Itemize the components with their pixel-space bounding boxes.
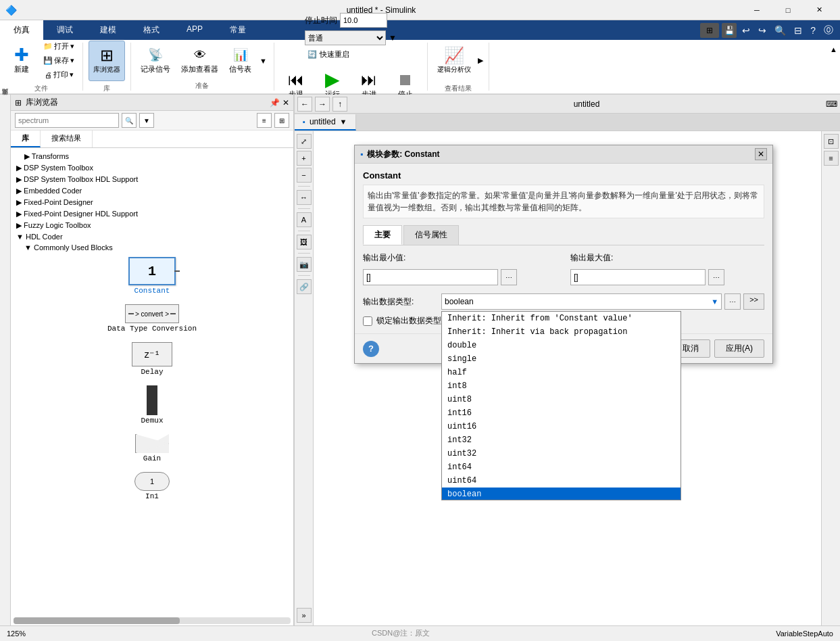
dropdown-item-int16[interactable]: int16 (442, 406, 681, 420)
ribbon-icon-btn-1[interactable]: ⊞ (700, 23, 719, 38)
dropdown-item-uint64[interactable]: uint64 (442, 474, 681, 488)
dialog-tab-main[interactable]: 主要 (363, 225, 402, 245)
lib-tab-search[interactable]: 搜索结果 (41, 130, 93, 147)
search-ribbon-btn[interactable]: 🔍 (772, 25, 789, 36)
nav-back-btn[interactable]: ← (297, 97, 312, 112)
record-signals-btn[interactable]: 📡 记录信号 (137, 44, 174, 77)
right-tool-2[interactable]: ≡ (824, 151, 839, 166)
dropdown-scroll[interactable]: Inherit: Inherit from 'Constant value' I… (441, 311, 681, 500)
dropdown-item-int64[interactable]: int64 (442, 460, 681, 474)
redo-btn[interactable]: ↪ (756, 25, 769, 36)
tree-item-hdl[interactable]: ▼ HDL Coder (11, 231, 293, 242)
convert-block-box[interactable]: > convert > (125, 304, 179, 323)
dropdown-item-inherit-back[interactable]: Inherit: Inherit via back propagation (442, 325, 681, 339)
lib-panel-close-btn[interactable]: ✕ (282, 98, 289, 108)
dropdown-item-uint32[interactable]: uint32 (442, 447, 681, 460)
gain-block-box[interactable] (135, 434, 169, 453)
tab-constants[interactable]: 常量 (216, 20, 260, 40)
lib-view-list-btn[interactable]: ≡ (257, 113, 272, 128)
constant-block-box[interactable]: 1 (128, 257, 176, 285)
dialog-close-btn[interactable]: ✕ (755, 148, 767, 160)
ribbon-icon-btn-2[interactable]: 💾 (722, 23, 737, 38)
zoom-in-btn[interactable]: + (297, 151, 312, 166)
arrow-btn[interactable]: ↔ (297, 190, 312, 205)
screenshot-btn[interactable]: 📷 (297, 257, 312, 272)
tree-item-dsp-hdl[interactable]: ▶ DSP System Toolbox HDL Support (11, 174, 293, 185)
dropdown-item-uint8[interactable]: uint8 (442, 393, 681, 406)
nav-up-btn[interactable]: ↑ (332, 97, 347, 112)
add-viewer-btn[interactable]: 👁 添加查看器 (177, 44, 222, 77)
tab-format[interactable]: 格式 (130, 20, 173, 40)
output-max-input[interactable] (570, 269, 706, 285)
mode-select[interactable]: 普通 (305, 30, 386, 45)
lib-view-grid-btn[interactable]: ⊞ (274, 113, 289, 128)
close-btn[interactable]: ✕ (804, 0, 835, 20)
save-btn[interactable]: 💾 保存 ▾ (41, 54, 77, 67)
dropdown-item-int8[interactable]: int8 (442, 379, 681, 393)
dialog-tab-signal[interactable]: 信号属性 (403, 225, 459, 245)
tree-item-fuzzy[interactable]: ▶ Fuzzy Logic Toolbox (11, 220, 293, 231)
datatype-select-display[interactable]: boolean ▼ (441, 293, 722, 310)
dropdown-item-uint16[interactable]: uint16 (442, 420, 681, 433)
tab-simulation[interactable]: 仿真 (0, 20, 43, 40)
datatype-expand-btn[interactable]: >> (743, 293, 764, 310)
ribbon-expand-btn[interactable]: ⊟ (791, 25, 805, 36)
tree-item-embedded[interactable]: ▶ Embedded Coder (11, 185, 293, 197)
lib-scrollbar[interactable] (14, 617, 291, 624)
text-btn[interactable]: A (297, 212, 312, 227)
results-more-btn[interactable]: ▶ (478, 56, 483, 65)
nav-forward-btn[interactable]: → (315, 97, 330, 112)
dropdown-item-int32[interactable]: int32 (442, 433, 681, 447)
lib-browser-btn[interactable]: ⊞ 库浏览器 (89, 41, 125, 81)
tree-item-dsp[interactable]: ▶ DSP System Toolbox (11, 162, 293, 174)
lock-checkbox[interactable] (363, 316, 372, 326)
lib-filter-btn[interactable]: ▼ (139, 113, 154, 128)
output-min-dots-btn[interactable]: ⋯ (501, 269, 517, 285)
tab-app[interactable]: APP (173, 20, 216, 40)
right-tool-1[interactable]: ⊡ (824, 134, 839, 149)
model-tab-dropdown[interactable]: ▼ (340, 118, 347, 126)
signal-table-btn[interactable]: 📊 信号表 (225, 44, 255, 77)
prepare-more-btn[interactable]: ▼ (258, 55, 268, 66)
stoptime-input[interactable] (340, 13, 387, 28)
dropdown-item-single[interactable]: single (442, 352, 681, 366)
logic-analyzer-btn[interactable]: 📈 逻辑分析仪 (433, 41, 475, 81)
open-btn[interactable]: 📁 打开 ▾ (41, 40, 77, 53)
tree-item-transforms[interactable]: ▶ Transforms (11, 151, 293, 162)
dropdown-item-double[interactable]: double (442, 339, 681, 352)
model-tab-untitled[interactable]: ▪ untitled ▼ (295, 114, 356, 130)
minimize-btn[interactable]: ─ (741, 0, 772, 20)
in1-block-box[interactable]: 1 (134, 472, 170, 491)
maximize-btn[interactable]: □ (772, 0, 804, 20)
lib-panel-lock-btn[interactable]: 📌 (270, 98, 280, 108)
lib-tab-library[interactable]: 库 (11, 130, 41, 147)
dropdown-item-inherit-constant[interactable]: Inherit: Inherit from 'Constant value' (442, 312, 681, 325)
quick-restart-btn[interactable]: 🔄 快速重启 (305, 48, 397, 61)
lib-search-btn[interactable]: 🔍 (122, 113, 137, 128)
zoom-out-btn[interactable]: − (297, 168, 312, 183)
tab-debug[interactable]: 调试 (43, 20, 87, 40)
lib-search-input[interactable] (15, 113, 119, 128)
tab-modeling[interactable]: 建模 (87, 20, 130, 40)
print-btn[interactable]: 🖨 打印 ▾ (41, 68, 77, 81)
tree-item-fpd[interactable]: ▶ Fixed-Point Designer (11, 197, 293, 208)
tree-item-commonly-used[interactable]: ▼ Commonly Used Blocks (11, 242, 293, 253)
dropdown-item-half[interactable]: half (442, 366, 681, 379)
tree-item-fpd-hdl[interactable]: ▶ Fixed-Point Designer HDL Support (11, 208, 293, 220)
demux-block-box[interactable] (147, 385, 157, 415)
apply-btn[interactable]: 应用(A) (714, 339, 764, 358)
image-btn[interactable]: 🖼 (297, 235, 312, 250)
link-btn[interactable]: 🔗 (297, 279, 312, 294)
ribbon-collapse-btn[interactable]: ▲ (827, 43, 840, 91)
delay-block-box[interactable]: z⁻¹ (132, 342, 172, 366)
dropdown-item-boolean[interactable]: boolean (442, 488, 681, 500)
expand-btn[interactable]: » (297, 608, 312, 623)
output-min-input[interactable] (363, 269, 498, 285)
undo-btn[interactable]: ↩ (739, 25, 753, 36)
output-max-dots-btn[interactable]: ⋯ (708, 269, 724, 285)
help-icon-btn[interactable]: ? (363, 341, 379, 357)
help-btn[interactable]: ? (808, 25, 818, 36)
fit-btn[interactable]: ⤢ (297, 134, 312, 149)
new-btn[interactable]: ✚ 新建 (5, 41, 38, 81)
share-btn[interactable]: ⓪ (821, 24, 836, 37)
